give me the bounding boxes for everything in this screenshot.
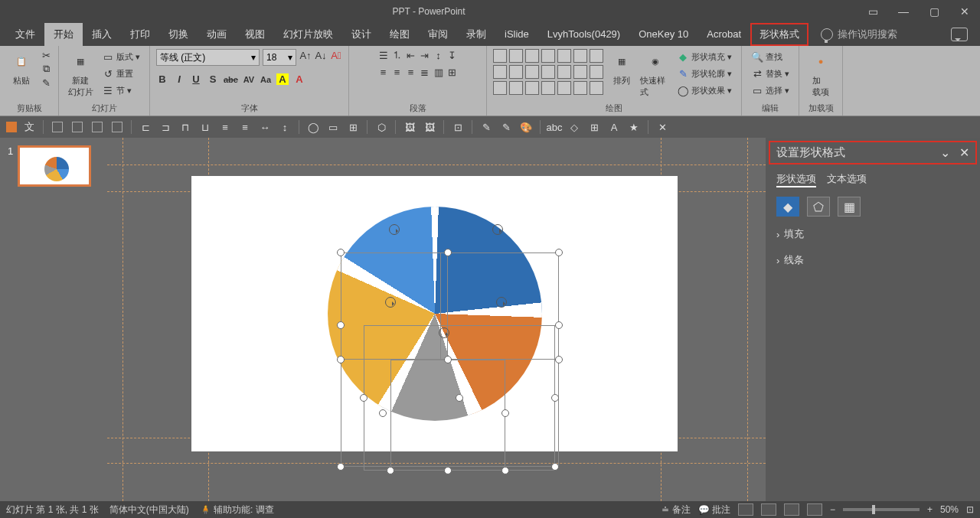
align-left-icon[interactable]: ≡	[377, 66, 390, 78]
text-direction-icon[interactable]: ↧	[446, 49, 459, 61]
tab-slideshow[interactable]: 幻灯片放映	[274, 23, 342, 46]
tab-transitions[interactable]: 切换	[159, 23, 198, 46]
qa-layer2-icon[interactable]	[70, 119, 85, 135]
font-color-button[interactable]: A	[293, 73, 305, 85]
qa-edit2-icon[interactable]: ✎	[498, 119, 514, 135]
fp-fill-line-icon[interactable]: ◆	[776, 197, 799, 217]
tab-view[interactable]: 视图	[236, 23, 274, 46]
normal-view-icon[interactable]	[738, 503, 753, 516]
resize-handle[interactable]	[444, 467, 452, 474]
resize-handle[interactable]	[337, 321, 345, 329]
qa-align4-icon[interactable]: ⊔	[198, 119, 213, 135]
qa-color-icon[interactable]: 🎨	[518, 119, 534, 135]
resize-handle[interactable]	[501, 409, 509, 417]
minimize-button[interactable]: —	[888, 0, 919, 23]
zoom-slider[interactable]	[843, 508, 920, 511]
tab-insert[interactable]: 插入	[83, 23, 121, 46]
maximize-button[interactable]: ▢	[919, 0, 949, 23]
qa-text2-icon[interactable]: A	[606, 119, 622, 135]
resize-handle[interactable]	[555, 249, 563, 256]
qa-3d-icon[interactable]: ⬡	[374, 119, 389, 135]
copy-icon[interactable]: ⧉	[40, 63, 52, 75]
sorter-view-icon[interactable]	[761, 503, 776, 516]
underline-button[interactable]: U	[190, 73, 202, 85]
qa-img2-icon[interactable]: 🖼	[422, 119, 437, 135]
qa-align5-icon[interactable]: ≡	[217, 119, 233, 135]
resize-handle[interactable]	[379, 409, 387, 417]
italic-button[interactable]: I	[173, 73, 185, 85]
shape-outline-button[interactable]: ✎形状轮廓 ▾	[674, 66, 735, 81]
bullets-icon[interactable]: ☰	[377, 49, 390, 61]
reset-button[interactable]: ↺重置	[99, 66, 143, 81]
color-swatch[interactable]	[6, 122, 17, 132]
justify-icon[interactable]: ≣	[419, 66, 431, 78]
qa-shape-icon[interactable]: ◯	[305, 119, 321, 135]
fp-section-fill[interactable]: ›填充	[766, 221, 980, 247]
qa-layer3-icon[interactable]	[90, 119, 105, 135]
strike-button[interactable]: abe	[224, 75, 238, 84]
fp-effects-icon[interactable]: ⬠	[807, 197, 830, 217]
align-right-icon[interactable]: ≡	[405, 66, 417, 78]
zoom-out-button[interactable]: −	[830, 504, 835, 515]
indent-right-icon[interactable]: ⇥	[419, 49, 431, 61]
arrange-button[interactable]: ▦ 排列	[606, 49, 637, 86]
qa-misc2-icon[interactable]: ⊞	[586, 119, 602, 135]
resize-handle[interactable]	[337, 356, 345, 363]
qa-merge-icon[interactable]: ▭	[325, 119, 341, 135]
spacing-button[interactable]: AV	[243, 75, 255, 84]
shape-effects-button[interactable]: ◯形状效果 ▾	[674, 83, 735, 98]
tab-print[interactable]: 打印	[121, 23, 159, 46]
rotation-handle[interactable]	[492, 224, 503, 235]
fp-section-line[interactable]: ›线条	[766, 247, 980, 273]
qa-align1-icon[interactable]: ⊏	[138, 119, 153, 135]
qa-layer1-icon[interactable]	[50, 119, 65, 135]
font-size-combo[interactable]: 18▾	[263, 49, 296, 66]
qa-align6-icon[interactable]: ≡	[237, 119, 253, 135]
resize-handle[interactable]	[555, 321, 563, 329]
shadow-button[interactable]: S	[207, 73, 219, 85]
close-button[interactable]: ✕	[949, 0, 980, 23]
rotation-handle[interactable]	[439, 327, 449, 338]
qa-anim-icon[interactable]: ★	[626, 119, 642, 135]
zoom-in-button[interactable]: +	[927, 504, 933, 515]
chevron-down-icon[interactable]: ⌄	[940, 145, 950, 160]
columns-icon[interactable]: ▥	[433, 66, 445, 78]
rotation-handle[interactable]	[385, 297, 396, 308]
tell-me-search[interactable]: 操作说明搜索	[821, 28, 897, 41]
qa-close-icon[interactable]: ✕	[655, 119, 670, 135]
indent-left-icon[interactable]: ⇤	[405, 49, 417, 61]
select-button[interactable]: ▭选择 ▾	[748, 83, 792, 98]
fp-size-icon[interactable]: ▦	[838, 197, 861, 217]
quick-styles-button[interactable]: ◉ 快速样式	[640, 49, 671, 98]
tab-islide[interactable]: iSlide	[495, 23, 538, 46]
tab-onekey[interactable]: OneKey 10	[629, 23, 697, 46]
cut-icon[interactable]: ✂	[40, 49, 52, 61]
tab-review[interactable]: 审阅	[419, 23, 457, 46]
resize-handle[interactable]	[456, 394, 463, 402]
zoom-level[interactable]: 50%	[940, 504, 959, 515]
resize-handle[interactable]	[360, 394, 368, 402]
resize-handle[interactable]	[501, 467, 509, 474]
qa-misc1-icon[interactable]: ◇	[567, 119, 582, 135]
font-name-combo[interactable]: 等线 (正文)▾	[156, 49, 260, 66]
tab-file[interactable]: 文件	[6, 23, 44, 46]
qa-group-icon[interactable]: ⊞	[345, 119, 361, 135]
tab-acrobat[interactable]: Acrobat	[697, 23, 750, 46]
comments-button[interactable]: 💬 批注	[698, 503, 730, 516]
highlight-button[interactable]: A	[276, 73, 289, 85]
decrease-font-icon[interactable]: A↓	[315, 49, 327, 61]
close-pane-icon[interactable]: ✕	[959, 145, 969, 160]
qa-align2-icon[interactable]: ⊐	[158, 119, 173, 135]
addins-button[interactable]: ● 加 载项	[805, 49, 836, 98]
case-button[interactable]: Aa	[260, 75, 272, 84]
increase-font-icon[interactable]: A↑	[299, 49, 312, 61]
bold-button[interactable]: B	[156, 73, 168, 85]
slide-thumbnail-1[interactable]: 1	[8, 145, 100, 187]
clear-format-icon[interactable]: A⃠	[330, 49, 342, 61]
slide-canvas[interactable]	[107, 138, 766, 501]
fit-window-icon[interactable]: ⊡	[966, 504, 974, 515]
fp-tab-text[interactable]: 文本选项	[827, 172, 867, 187]
qa-dist2-icon[interactable]: ↕	[277, 119, 292, 135]
notes-button[interactable]: ≐ 备注	[662, 503, 690, 516]
qa-find-icon[interactable]: abc	[547, 119, 562, 135]
